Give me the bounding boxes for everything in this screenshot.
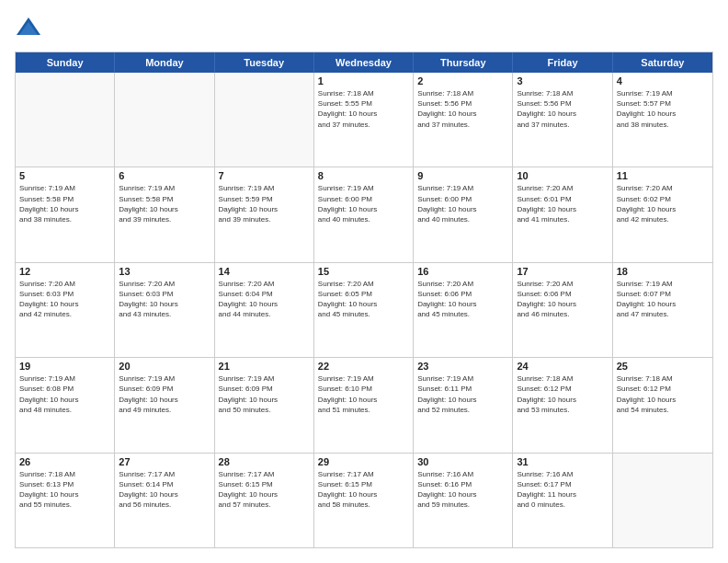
calendar-day-1: 1Sunrise: 7:18 AM Sunset: 5:55 PM Daylig… bbox=[314, 73, 414, 167]
day-info: Sunrise: 7:20 AM Sunset: 6:02 PM Dayligh… bbox=[617, 183, 709, 224]
calendar-day-31: 31Sunrise: 7:16 AM Sunset: 6:17 PM Dayli… bbox=[513, 454, 612, 547]
calendar-day-26: 26Sunrise: 7:18 AM Sunset: 6:13 PM Dayli… bbox=[16, 454, 115, 547]
calendar-day-6: 6Sunrise: 7:19 AM Sunset: 5:58 PM Daylig… bbox=[115, 167, 214, 261]
page: SundayMondayTuesdayWednesdayThursdayFrid… bbox=[0, 0, 728, 563]
day-info: Sunrise: 7:20 AM Sunset: 6:06 PM Dayligh… bbox=[417, 279, 508, 320]
day-info: Sunrise: 7:18 AM Sunset: 5:56 PM Dayligh… bbox=[417, 88, 508, 130]
day-number: 22 bbox=[318, 361, 409, 372]
calendar-week-3: 12Sunrise: 7:20 AM Sunset: 6:03 PM Dayli… bbox=[16, 263, 712, 358]
day-info: Sunrise: 7:19 AM Sunset: 6:00 PM Dayligh… bbox=[417, 183, 508, 224]
header-day-sunday: Sunday bbox=[16, 52, 115, 73]
day-number: 1 bbox=[318, 75, 409, 86]
calendar-day-13: 13Sunrise: 7:20 AM Sunset: 6:03 PM Dayli… bbox=[115, 263, 214, 357]
day-number: 31 bbox=[517, 456, 608, 467]
day-info: Sunrise: 7:19 AM Sunset: 5:58 PM Dayligh… bbox=[19, 183, 110, 224]
day-number: 23 bbox=[417, 361, 508, 372]
day-info: Sunrise: 7:20 AM Sunset: 6:06 PM Dayligh… bbox=[517, 279, 608, 320]
day-number: 4 bbox=[617, 75, 709, 86]
calendar-week-4: 19Sunrise: 7:19 AM Sunset: 6:08 PM Dayli… bbox=[16, 358, 712, 453]
day-info: Sunrise: 7:20 AM Sunset: 6:01 PM Dayligh… bbox=[517, 183, 608, 224]
calendar-day-19: 19Sunrise: 7:19 AM Sunset: 6:08 PM Dayli… bbox=[16, 358, 115, 452]
day-info: Sunrise: 7:17 AM Sunset: 6:15 PM Dayligh… bbox=[219, 469, 310, 511]
calendar: SundayMondayTuesdayWednesdayThursdayFrid… bbox=[15, 52, 713, 548]
calendar-day-29: 29Sunrise: 7:17 AM Sunset: 6:15 PM Dayli… bbox=[314, 454, 414, 547]
day-number: 27 bbox=[119, 456, 210, 467]
day-number: 6 bbox=[119, 170, 210, 181]
calendar-day-20: 20Sunrise: 7:19 AM Sunset: 6:09 PM Dayli… bbox=[115, 358, 214, 452]
day-number: 12 bbox=[19, 266, 110, 277]
day-number: 11 bbox=[617, 170, 709, 181]
day-number: 3 bbox=[517, 75, 608, 86]
day-number: 29 bbox=[318, 456, 409, 467]
header-day-friday: Friday bbox=[513, 52, 612, 73]
calendar-day-9: 9Sunrise: 7:19 AM Sunset: 6:00 PM Daylig… bbox=[414, 167, 513, 261]
calendar-day-22: 22Sunrise: 7:19 AM Sunset: 6:10 PM Dayli… bbox=[314, 358, 414, 452]
calendar-day-28: 28Sunrise: 7:17 AM Sunset: 6:15 PM Dayli… bbox=[215, 454, 314, 547]
day-number: 18 bbox=[617, 266, 709, 277]
calendar-day-5: 5Sunrise: 7:19 AM Sunset: 5:58 PM Daylig… bbox=[16, 167, 115, 261]
day-info: Sunrise: 7:20 AM Sunset: 6:04 PM Dayligh… bbox=[219, 279, 310, 320]
day-number: 5 bbox=[19, 170, 110, 181]
calendar-day-empty bbox=[215, 73, 314, 167]
header-day-monday: Monday bbox=[115, 52, 214, 73]
calendar-body: 1Sunrise: 7:18 AM Sunset: 5:55 PM Daylig… bbox=[16, 73, 712, 547]
day-info: Sunrise: 7:19 AM Sunset: 6:00 PM Dayligh… bbox=[318, 183, 409, 224]
calendar-day-8: 8Sunrise: 7:19 AM Sunset: 6:00 PM Daylig… bbox=[314, 167, 414, 261]
calendar-day-empty bbox=[613, 454, 712, 547]
day-info: Sunrise: 7:18 AM Sunset: 5:55 PM Dayligh… bbox=[318, 88, 409, 130]
calendar-day-23: 23Sunrise: 7:19 AM Sunset: 6:11 PM Dayli… bbox=[414, 358, 513, 452]
day-info: Sunrise: 7:20 AM Sunset: 6:03 PM Dayligh… bbox=[19, 279, 110, 320]
day-info: Sunrise: 7:18 AM Sunset: 5:56 PM Dayligh… bbox=[517, 88, 608, 130]
day-number: 14 bbox=[219, 266, 310, 277]
day-info: Sunrise: 7:20 AM Sunset: 6:05 PM Dayligh… bbox=[318, 279, 409, 320]
day-info: Sunrise: 7:19 AM Sunset: 5:57 PM Dayligh… bbox=[617, 88, 709, 130]
day-info: Sunrise: 7:19 AM Sunset: 6:07 PM Dayligh… bbox=[617, 279, 709, 320]
day-info: Sunrise: 7:19 AM Sunset: 6:10 PM Dayligh… bbox=[318, 373, 409, 415]
day-number: 20 bbox=[119, 361, 210, 372]
day-info: Sunrise: 7:19 AM Sunset: 5:58 PM Dayligh… bbox=[119, 183, 210, 224]
calendar-day-25: 25Sunrise: 7:18 AM Sunset: 6:12 PM Dayli… bbox=[613, 358, 712, 452]
calendar-day-12: 12Sunrise: 7:20 AM Sunset: 6:03 PM Dayli… bbox=[16, 263, 115, 357]
calendar-day-3: 3Sunrise: 7:18 AM Sunset: 5:56 PM Daylig… bbox=[513, 73, 612, 167]
calendar-day-empty bbox=[16, 73, 115, 167]
day-number: 9 bbox=[417, 170, 508, 181]
calendar-day-11: 11Sunrise: 7:20 AM Sunset: 6:02 PM Dayli… bbox=[613, 167, 712, 261]
day-info: Sunrise: 7:20 AM Sunset: 6:03 PM Dayligh… bbox=[119, 279, 210, 320]
calendar-header-row: SundayMondayTuesdayWednesdayThursdayFrid… bbox=[16, 52, 712, 73]
day-info: Sunrise: 7:18 AM Sunset: 6:12 PM Dayligh… bbox=[617, 373, 709, 415]
day-info: Sunrise: 7:19 AM Sunset: 5:59 PM Dayligh… bbox=[219, 183, 310, 224]
day-number: 15 bbox=[318, 266, 409, 277]
day-number: 17 bbox=[517, 266, 608, 277]
day-info: Sunrise: 7:17 AM Sunset: 6:15 PM Dayligh… bbox=[318, 469, 409, 511]
calendar-day-21: 21Sunrise: 7:19 AM Sunset: 6:09 PM Dayli… bbox=[215, 358, 314, 452]
day-number: 16 bbox=[417, 266, 508, 277]
header-day-thursday: Thursday bbox=[414, 52, 513, 73]
day-info: Sunrise: 7:16 AM Sunset: 6:17 PM Dayligh… bbox=[517, 469, 608, 511]
day-number: 2 bbox=[417, 75, 508, 86]
day-info: Sunrise: 7:18 AM Sunset: 6:13 PM Dayligh… bbox=[19, 469, 110, 511]
day-info: Sunrise: 7:18 AM Sunset: 6:12 PM Dayligh… bbox=[517, 373, 608, 415]
calendar-day-27: 27Sunrise: 7:17 AM Sunset: 6:14 PM Dayli… bbox=[115, 454, 214, 547]
day-info: Sunrise: 7:19 AM Sunset: 6:11 PM Dayligh… bbox=[417, 373, 508, 415]
day-number: 26 bbox=[19, 456, 110, 467]
calendar-week-1: 1Sunrise: 7:18 AM Sunset: 5:55 PM Daylig… bbox=[16, 73, 712, 167]
day-info: Sunrise: 7:17 AM Sunset: 6:14 PM Dayligh… bbox=[119, 469, 210, 511]
day-number: 8 bbox=[318, 170, 409, 181]
calendar-day-7: 7Sunrise: 7:19 AM Sunset: 5:59 PM Daylig… bbox=[215, 167, 314, 261]
calendar-day-18: 18Sunrise: 7:19 AM Sunset: 6:07 PM Dayli… bbox=[613, 263, 712, 357]
day-info: Sunrise: 7:19 AM Sunset: 6:09 PM Dayligh… bbox=[219, 373, 310, 415]
logo bbox=[15, 15, 46, 42]
calendar-day-17: 17Sunrise: 7:20 AM Sunset: 6:06 PM Dayli… bbox=[513, 263, 612, 357]
header-day-tuesday: Tuesday bbox=[215, 52, 314, 73]
logo-icon bbox=[15, 15, 42, 42]
day-number: 10 bbox=[517, 170, 608, 181]
calendar-day-empty bbox=[115, 73, 214, 167]
day-number: 19 bbox=[19, 361, 110, 372]
calendar-day-2: 2Sunrise: 7:18 AM Sunset: 5:56 PM Daylig… bbox=[414, 73, 513, 167]
calendar-week-5: 26Sunrise: 7:18 AM Sunset: 6:13 PM Dayli… bbox=[16, 454, 712, 547]
day-number: 24 bbox=[517, 361, 608, 372]
header-day-saturday: Saturday bbox=[613, 52, 712, 73]
day-number: 21 bbox=[219, 361, 310, 372]
calendar-day-24: 24Sunrise: 7:18 AM Sunset: 6:12 PM Dayli… bbox=[513, 358, 612, 452]
calendar-week-2: 5Sunrise: 7:19 AM Sunset: 5:58 PM Daylig… bbox=[16, 167, 712, 262]
